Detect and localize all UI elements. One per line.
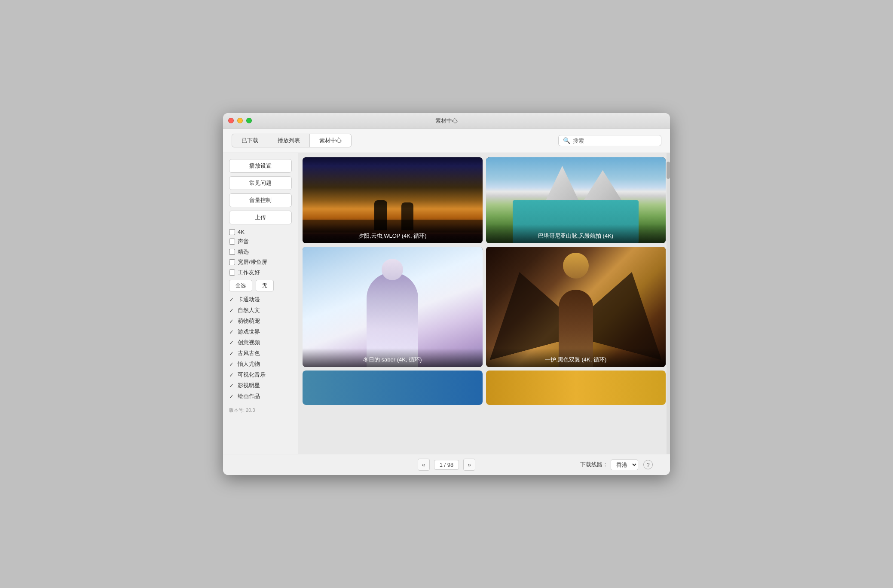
tab-material[interactable]: 素材中心 bbox=[310, 134, 352, 147]
card-sunset[interactable]: 夕阳,云虫,WLOP (4K, 循环) bbox=[303, 157, 483, 243]
category-list: ✓ 卡通动漫 ✓ 自然人文 ✓ 萌物萌宠 ✓ 游戏世界 ✓ 创意视频 bbox=[229, 296, 292, 400]
check-creative: ✓ bbox=[229, 340, 235, 346]
prev-page-button[interactable]: « bbox=[418, 459, 430, 471]
sidebar: 播放设置 常见问题 音量控制 上传 4K 声音 精选 bbox=[223, 153, 298, 454]
category-beauty-label: 怡人尤物 bbox=[238, 360, 260, 368]
filter-4k-label: 4K bbox=[238, 229, 245, 235]
category-ancient[interactable]: ✓ 古风古色 bbox=[229, 349, 292, 357]
download-route: 下载线路： 香港 北京 上海 ? bbox=[580, 459, 653, 470]
checkbox-audio[interactable] bbox=[229, 239, 235, 245]
upload-button[interactable]: 上传 bbox=[229, 211, 292, 224]
card-snow-saber-label: 冬日的 saber (4K, 循环) bbox=[303, 348, 483, 367]
minimize-button[interactable] bbox=[237, 118, 243, 123]
close-button[interactable] bbox=[228, 118, 234, 123]
volume-control-button[interactable]: 音量控制 bbox=[229, 193, 292, 207]
filter-featured-label: 精选 bbox=[238, 248, 249, 256]
filter-4k[interactable]: 4K bbox=[229, 229, 292, 235]
category-creative-label: 创意视频 bbox=[238, 339, 260, 346]
toolbar: 已下载 播放列表 素材中心 🔍 bbox=[223, 129, 670, 153]
maximize-button[interactable] bbox=[246, 118, 252, 123]
check-painting: ✓ bbox=[229, 393, 235, 400]
filter-work-friendly-label: 工作友好 bbox=[238, 269, 260, 276]
check-cute-pets: ✓ bbox=[229, 318, 235, 325]
card-mountain-label: 巴塔哥尼亚山脉,风景航拍 (4K) bbox=[486, 224, 666, 243]
category-music-visual-label: 可视化音乐 bbox=[238, 371, 266, 379]
category-games[interactable]: ✓ 游戏世界 bbox=[229, 328, 292, 336]
check-music-visual: ✓ bbox=[229, 372, 235, 378]
category-beauty[interactable]: ✓ 怡人尤物 bbox=[229, 360, 292, 368]
category-painting[interactable]: ✓ 绘画作品 bbox=[229, 392, 292, 400]
content-area: 播放设置 常见问题 音量控制 上传 4K 声音 精选 bbox=[223, 153, 670, 454]
help-button[interactable]: ? bbox=[643, 460, 653, 469]
tab-playlist[interactable]: 播放列表 bbox=[268, 134, 310, 147]
check-beauty: ✓ bbox=[229, 361, 235, 368]
card-snow-saber[interactable]: 冬日的 saber (4K, 循环) bbox=[303, 247, 483, 367]
search-bar: 🔍 bbox=[558, 135, 661, 146]
filter-work-friendly[interactable]: 工作友好 bbox=[229, 269, 292, 276]
app-window: 素材中心 已下载 播放列表 素材中心 🔍 播放设置 常见问题 音量控制 上传 4… bbox=[223, 113, 670, 475]
page-info: 1 / 98 bbox=[434, 460, 459, 470]
category-cartoon-label: 卡通动漫 bbox=[238, 296, 260, 303]
checkbox-4k[interactable] bbox=[229, 229, 235, 235]
titlebar: 素材中心 bbox=[223, 113, 670, 129]
pagination: « 1 / 98 » bbox=[418, 459, 476, 471]
card-sunset-label: 夕阳,云虫,WLOP (4K, 循环) bbox=[303, 224, 483, 243]
category-painting-label: 绘画作品 bbox=[238, 392, 260, 400]
category-creative[interactable]: ✓ 创意视频 bbox=[229, 339, 292, 346]
category-celebrities[interactable]: ✓ 影视明星 bbox=[229, 382, 292, 389]
filter-featured[interactable]: 精选 bbox=[229, 248, 292, 256]
filter-widescreen[interactable]: 宽屏/带鱼屏 bbox=[229, 258, 292, 266]
next-page-button[interactable]: » bbox=[463, 459, 475, 471]
card-angel[interactable]: 一护,黑色双翼 (4K, 循环) bbox=[486, 247, 666, 367]
card-mountain[interactable]: 巴塔哥尼亚山脉,风景航拍 (4K) bbox=[486, 157, 666, 243]
bottom-bar: « 1 / 98 » 下载线路： 香港 北京 上海 ? bbox=[223, 454, 670, 475]
category-cute-pets-label: 萌物萌宠 bbox=[238, 317, 260, 325]
download-label: 下载线路： bbox=[580, 461, 608, 469]
card-angel-label: 一护,黑色双翼 (4K, 循环) bbox=[486, 348, 666, 367]
select-none-button[interactable]: 无 bbox=[256, 280, 274, 291]
faq-button[interactable]: 常见问题 bbox=[229, 176, 292, 190]
category-ancient-label: 古风古色 bbox=[238, 349, 260, 357]
version-label: 版本号: 20.3 bbox=[229, 407, 292, 413]
category-cartoon[interactable]: ✓ 卡通动漫 bbox=[229, 296, 292, 303]
window-controls bbox=[228, 118, 252, 123]
playback-settings-button[interactable]: 播放设置 bbox=[229, 159, 292, 173]
tab-downloaded[interactable]: 已下载 bbox=[232, 134, 268, 147]
scrollbar-thumb[interactable] bbox=[667, 162, 670, 179]
check-games: ✓ bbox=[229, 329, 235, 335]
category-nature[interactable]: ✓ 自然人文 bbox=[229, 306, 292, 314]
category-select-buttons: 全选 无 bbox=[229, 280, 292, 291]
card-bottom-left[interactable] bbox=[303, 371, 483, 405]
check-ancient: ✓ bbox=[229, 350, 235, 357]
filter-audio[interactable]: 声音 bbox=[229, 238, 292, 245]
search-icon: 🔍 bbox=[563, 137, 570, 144]
main-content: 夕阳,云虫,WLOP (4K, 循环) 巴塔哥尼亚山脉,风景航拍 (4K) bbox=[298, 153, 670, 454]
download-location-select[interactable]: 香港 北京 上海 bbox=[611, 459, 638, 470]
category-celebrities-label: 影视明星 bbox=[238, 382, 260, 389]
checkbox-work-friendly[interactable] bbox=[229, 270, 235, 276]
checkbox-featured[interactable] bbox=[229, 249, 235, 255]
search-input[interactable] bbox=[573, 138, 657, 144]
card-bottom-right[interactable] bbox=[486, 371, 666, 405]
category-cute-pets[interactable]: ✓ 萌物萌宠 bbox=[229, 317, 292, 325]
category-nature-label: 自然人文 bbox=[238, 306, 260, 314]
tab-bar: 已下载 播放列表 素材中心 bbox=[232, 134, 352, 147]
filter-widescreen-label: 宽屏/带鱼屏 bbox=[238, 258, 267, 266]
check-cartoon: ✓ bbox=[229, 297, 235, 303]
check-celebrities: ✓ bbox=[229, 383, 235, 389]
checkbox-widescreen[interactable] bbox=[229, 259, 235, 265]
check-nature: ✓ bbox=[229, 307, 235, 314]
filter-checkboxes: 4K 声音 精选 宽屏/带鱼屏 工作友好 bbox=[229, 229, 292, 276]
category-music-visual[interactable]: ✓ 可视化音乐 bbox=[229, 371, 292, 379]
category-games-label: 游戏世界 bbox=[238, 328, 260, 336]
scrollbar[interactable] bbox=[667, 153, 670, 454]
filter-audio-label: 声音 bbox=[238, 238, 249, 245]
select-all-button[interactable]: 全选 bbox=[229, 280, 252, 291]
window-title: 素材中心 bbox=[435, 117, 458, 125]
